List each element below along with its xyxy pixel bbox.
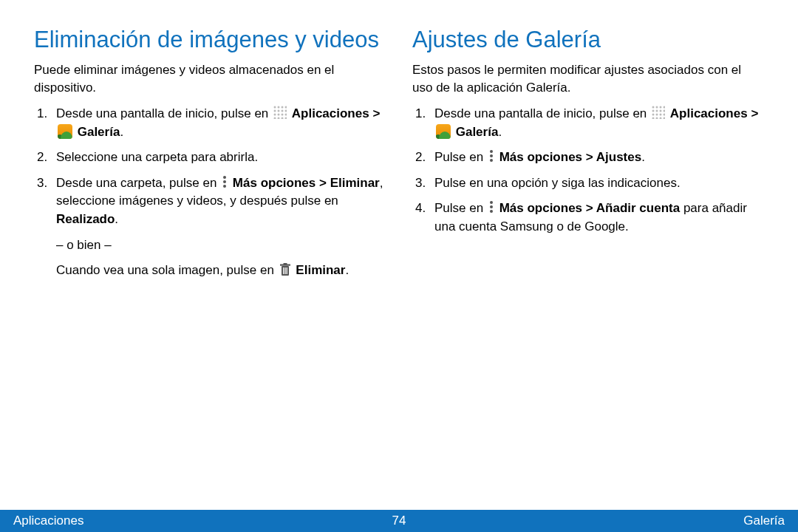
svg-point-3 bbox=[285, 106, 287, 108]
svg-point-28 bbox=[660, 109, 662, 112]
right-step-3: Pulse en una opción y siga las indicacio… bbox=[412, 174, 764, 193]
more-options-icon bbox=[488, 200, 494, 214]
svg-point-25 bbox=[664, 106, 666, 108]
left-step-2: Seleccione una carpeta para abrirla. bbox=[34, 149, 386, 167]
svg-point-11 bbox=[285, 113, 287, 115]
svg-point-27 bbox=[656, 109, 658, 112]
svg-point-35 bbox=[656, 117, 658, 119]
svg-point-24 bbox=[660, 106, 662, 108]
footer-left: Aplicaciones bbox=[13, 514, 83, 528]
svg-point-33 bbox=[664, 113, 666, 115]
svg-point-10 bbox=[282, 113, 284, 115]
heading-settings: Ajustes de Galería bbox=[412, 27, 764, 54]
page-footer: Aplicaciones 74 Galería bbox=[0, 510, 798, 532]
intro-delete: Puede eliminar imágenes y videos almacen… bbox=[34, 61, 386, 98]
more-options-icon bbox=[488, 149, 494, 163]
svg-point-0 bbox=[274, 106, 276, 108]
svg-rect-21 bbox=[286, 267, 287, 274]
svg-point-22 bbox=[652, 106, 655, 108]
svg-point-26 bbox=[652, 109, 655, 112]
heading-delete: Eliminación de imágenes y videos bbox=[34, 27, 386, 54]
more-options-icon bbox=[222, 175, 228, 188]
svg-point-9 bbox=[278, 113, 280, 115]
svg-rect-19 bbox=[283, 267, 284, 274]
svg-rect-20 bbox=[284, 267, 285, 274]
right-step-2: Pulse en Más opciones > Ajustes. bbox=[412, 149, 764, 167]
svg-point-36 bbox=[660, 117, 662, 119]
svg-point-1 bbox=[278, 106, 280, 108]
svg-point-8 bbox=[274, 113, 276, 115]
trash-icon bbox=[279, 263, 291, 276]
svg-point-34 bbox=[652, 117, 655, 119]
right-step-1: Desde una pantalla de inicio, pulse en A… bbox=[412, 105, 764, 141]
svg-point-6 bbox=[282, 109, 284, 112]
gallery-icon bbox=[58, 124, 72, 139]
footer-page-number: 74 bbox=[392, 514, 406, 528]
svg-point-2 bbox=[282, 106, 284, 108]
svg-point-4 bbox=[274, 109, 276, 112]
apps-grid-icon bbox=[273, 106, 287, 119]
svg-point-31 bbox=[656, 113, 658, 115]
svg-point-7 bbox=[285, 109, 287, 112]
svg-point-29 bbox=[664, 109, 666, 112]
apps-grid-icon bbox=[652, 106, 665, 119]
svg-rect-18 bbox=[283, 263, 287, 265]
left-single: Cuando vea una sola imagen, pulse en Eli… bbox=[56, 262, 386, 280]
svg-point-37 bbox=[664, 117, 666, 119]
left-or: – o bien – bbox=[56, 236, 386, 255]
left-step-1: Desde una pantalla de inicio, pulse en A… bbox=[34, 105, 386, 141]
footer-right: Galería bbox=[743, 514, 785, 528]
svg-point-30 bbox=[652, 113, 655, 115]
svg-point-5 bbox=[278, 109, 280, 112]
intro-settings: Estos pasos le permiten modificar ajuste… bbox=[412, 61, 764, 98]
svg-point-23 bbox=[656, 106, 658, 108]
left-step-3: Desde una carpeta, pulse en Más opciones… bbox=[34, 174, 386, 280]
right-step-4: Pulse en Más opciones > Añadir cuenta pa… bbox=[412, 200, 764, 236]
right-column: Ajustes de Galería Estos pasos le permit… bbox=[412, 27, 764, 280]
svg-point-14 bbox=[282, 117, 284, 119]
gallery-icon bbox=[436, 124, 451, 139]
svg-point-32 bbox=[660, 113, 662, 115]
svg-point-13 bbox=[278, 117, 280, 119]
svg-point-12 bbox=[274, 117, 276, 119]
left-column: Eliminación de imágenes y videos Puede e… bbox=[34, 27, 386, 280]
svg-point-15 bbox=[285, 117, 287, 119]
